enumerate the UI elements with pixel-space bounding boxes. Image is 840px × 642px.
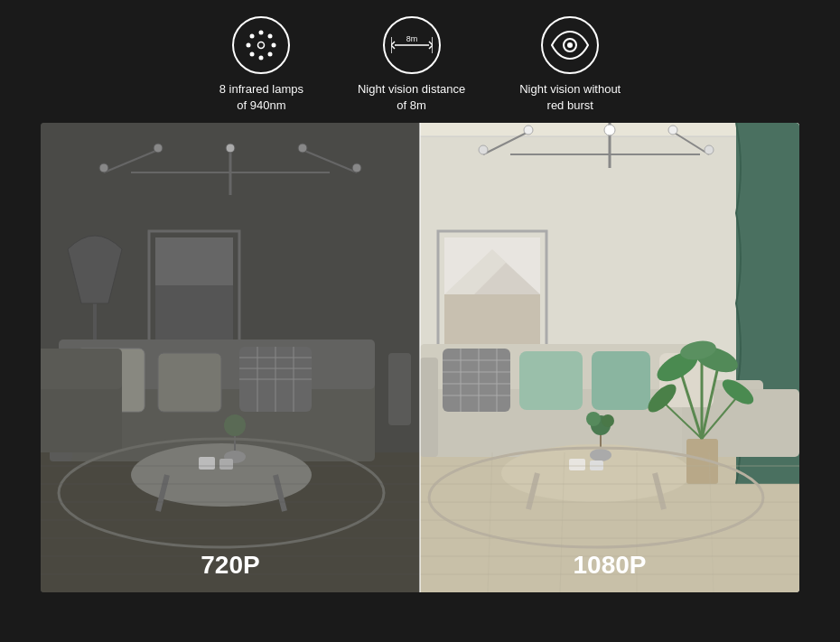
svg-point-77 bbox=[668, 126, 677, 135]
svg-rect-54 bbox=[199, 457, 215, 470]
room-right-1080p bbox=[420, 123, 799, 592]
svg-point-106 bbox=[602, 414, 614, 427]
feature-infrared: 8 infrared lamps of 940nm bbox=[219, 16, 303, 114]
svg-rect-55 bbox=[219, 459, 233, 470]
svg-point-76 bbox=[604, 125, 615, 135]
svg-rect-96 bbox=[519, 351, 583, 410]
svg-point-53 bbox=[224, 414, 246, 436]
svg-point-1 bbox=[268, 34, 273, 39]
svg-rect-30 bbox=[155, 237, 233, 285]
distance-icon: 8m bbox=[383, 16, 441, 74]
distance-label: Night vision distance of 8m bbox=[358, 81, 465, 114]
room-left-720p bbox=[41, 123, 420, 592]
feature-distance: 8m Night vision distance of 8m bbox=[358, 16, 465, 114]
svg-rect-36 bbox=[388, 353, 411, 425]
svg-point-75 bbox=[524, 126, 533, 135]
svg-point-5 bbox=[250, 52, 255, 57]
infrared-label: 8 infrared lamps of 940nm bbox=[219, 81, 303, 114]
feature-nightvision: Night vision without red burst bbox=[519, 16, 621, 114]
svg-point-48 bbox=[131, 443, 312, 507]
svg-point-24 bbox=[226, 144, 235, 153]
svg-point-7 bbox=[250, 34, 255, 39]
svg-point-102 bbox=[590, 449, 611, 461]
svg-point-26 bbox=[352, 163, 361, 172]
label-720p: 720P bbox=[201, 551, 259, 580]
comparison-image: 720P 1080P bbox=[41, 123, 799, 592]
label-1080p: 1080P bbox=[574, 551, 647, 580]
infrared-icon bbox=[232, 16, 290, 74]
svg-rect-38 bbox=[158, 353, 221, 412]
svg-rect-47 bbox=[41, 349, 122, 389]
svg-point-23 bbox=[154, 144, 163, 153]
svg-rect-97 bbox=[592, 351, 650, 410]
eye-icon bbox=[541, 16, 599, 74]
svg-point-22 bbox=[99, 163, 108, 172]
svg-point-105 bbox=[586, 412, 601, 426]
svg-rect-29 bbox=[155, 285, 233, 342]
svg-point-0 bbox=[259, 31, 264, 35]
svg-rect-118 bbox=[569, 459, 585, 470]
svg-point-25 bbox=[298, 144, 307, 153]
svg-point-2 bbox=[272, 43, 276, 48]
svg-point-8 bbox=[258, 42, 265, 49]
nightvision-label: Night vision without red burst bbox=[519, 81, 621, 114]
svg-point-14 bbox=[567, 42, 573, 48]
features-row: 8 infrared lamps of 940nm 8m Night visio… bbox=[0, 0, 840, 123]
svg-text:8m: 8m bbox=[406, 34, 417, 43]
svg-point-4 bbox=[259, 56, 264, 60]
svg-point-74 bbox=[479, 145, 488, 154]
svg-point-6 bbox=[247, 43, 251, 48]
svg-rect-46 bbox=[41, 380, 122, 452]
svg-rect-88 bbox=[443, 349, 510, 412]
svg-point-78 bbox=[705, 145, 714, 154]
svg-rect-87 bbox=[420, 358, 438, 457]
comparison-divider bbox=[419, 123, 421, 592]
svg-point-3 bbox=[268, 52, 273, 57]
